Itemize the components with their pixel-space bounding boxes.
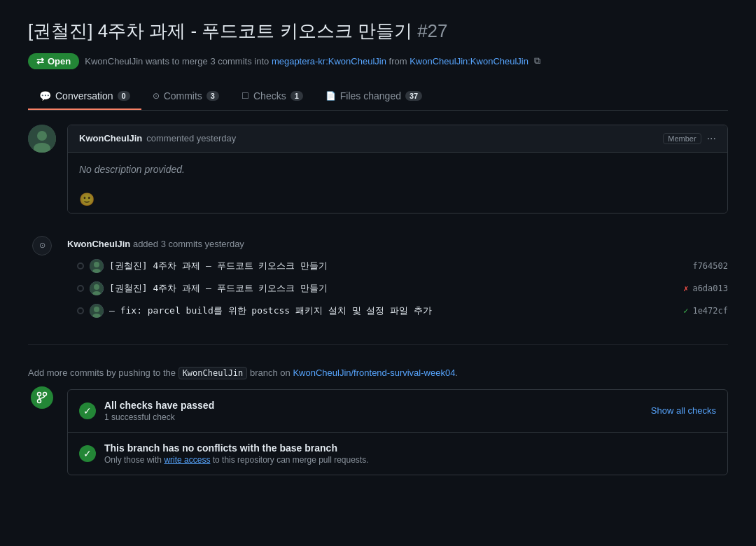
pr-meta-text: KwonCheulJin wants to merge 3 commits in… <box>85 56 528 66</box>
checks-icon: ☐ <box>241 91 249 101</box>
commit-message: [권철진] 4주차 과제 – 푸드코트 키오스크 만들기 <box>109 282 676 295</box>
commenter-username: KwonCheulJin <box>79 133 142 144</box>
commit-sha: ✓ 1e472cf <box>683 306 728 316</box>
svg-point-14 <box>38 399 41 402</box>
pr-title: [권철진] 4주차 과제 - 푸드코트 키오스크 만들기 #27 <box>28 20 728 43</box>
error-icon: ✗ <box>683 284 688 293</box>
timeline-action: added 3 commits yesterday <box>133 239 244 249</box>
show-all-checks-link[interactable]: Show all checks <box>651 405 716 416</box>
all-checks-content: All checks have passed 1 successful chec… <box>104 400 643 422</box>
commit-sha: ✗ a6da013 <box>683 284 728 293</box>
tab-files-changed[interactable]: 📄 Files changed 37 <box>314 83 433 110</box>
svg-point-13 <box>43 392 47 396</box>
commit-message: [권철진] 4주차 과제 – 푸드코트 키오스크 만들기 <box>109 260 685 272</box>
no-conflicts-icon: ✓ <box>79 445 96 462</box>
no-conflicts-content: This branch has no conflicts with the ba… <box>104 442 716 465</box>
files-icon: 📄 <box>326 91 336 101</box>
svg-point-1 <box>37 131 47 141</box>
section-divider <box>28 344 728 345</box>
comment-section: KwonCheulJin commented yesterday Member … <box>28 125 728 225</box>
checks-box-container: ✓ All checks have passed 1 successful ch… <box>67 386 728 475</box>
commit-avatar <box>90 304 104 318</box>
tab-conversation[interactable]: 💬 Conversation 0 <box>28 83 141 110</box>
all-checks-subtitle: 1 successful check <box>104 412 643 422</box>
open-badge: ⇄ Open <box>28 53 79 69</box>
timeline-text: KwonCheulJin added 3 commits yesterday <box>67 236 728 249</box>
comment-footer: 🙂 <box>68 186 727 213</box>
timeline-icon-col: ⊙ <box>28 236 56 333</box>
svg-point-4 <box>94 262 99 267</box>
success-icon: ✓ <box>683 306 688 316</box>
timeline-username: KwonCheulJin <box>67 239 130 249</box>
tab-checks[interactable]: ☐ Checks 1 <box>230 83 314 110</box>
commit-sha: f764502 <box>692 261 728 271</box>
timeline-content: KwonCheulJin added 3 commits yesterday <box>67 236 728 333</box>
svg-point-10 <box>94 307 99 312</box>
commit-message: – fix: parcel build를 위한 postcss 패키지 설치 및… <box>109 304 676 317</box>
pr-meta: ⇄ Open KwonCheulJin wants to merge 3 com… <box>28 53 728 69</box>
no-conflicts-title: This branch has no conflicts with the ba… <box>104 442 716 454</box>
conversation-icon: 💬 <box>39 90 51 102</box>
all-checks-row: ✓ All checks have passed 1 successful ch… <box>68 390 727 433</box>
comment-header: KwonCheulJin commented yesterday Member … <box>68 125 727 153</box>
commit-avatar <box>90 259 104 273</box>
merge-icon-box <box>31 386 53 409</box>
merge-icon-col <box>28 386 56 409</box>
comment-body: No description provided. <box>68 153 727 186</box>
more-options-button[interactable]: ··· <box>707 132 716 145</box>
checks-box: ✓ All checks have passed 1 successful ch… <box>67 389 728 475</box>
write-access-link[interactable]: write access <box>164 455 210 465</box>
checks-section: ✓ All checks have passed 1 successful ch… <box>28 386 728 475</box>
source-branch-link[interactable]: KwonCheulJin:KwonCheulJin <box>410 56 528 66</box>
merge-icon: ⇄ <box>36 56 44 66</box>
comment-action: commented yesterday <box>146 133 236 144</box>
avatar <box>28 125 56 153</box>
comment-author-info: KwonCheulJin commented yesterday <box>79 133 236 144</box>
svg-point-7 <box>94 284 99 290</box>
copy-icon[interactable]: ⧉ <box>534 55 540 66</box>
commit-dot-icon <box>77 307 84 314</box>
no-conflicts-row: ✓ This branch has no conflicts with the … <box>68 433 727 475</box>
branch-code: KwonCheulJin <box>178 367 248 379</box>
commit-row: [권철진] 4주차 과제 – 푸드코트 키오스크 만들기 f764502 <box>74 255 728 277</box>
commit-timeline-icon: ⊙ <box>32 236 52 255</box>
check-passed-icon: ✓ <box>79 402 96 419</box>
svg-point-12 <box>38 392 41 396</box>
tab-commits[interactable]: ⊙ Commits 3 <box>141 83 230 110</box>
comment-container: KwonCheulJin commented yesterday Member … <box>67 125 728 225</box>
comment-card: KwonCheulJin commented yesterday Member … <box>67 125 728 214</box>
target-branch-link[interactable]: megaptera-kr:KwonCheulJin <box>272 56 386 66</box>
commit-row: – fix: parcel build를 위한 postcss 패키지 설치 및… <box>74 300 728 322</box>
commit-avatar <box>90 281 104 295</box>
pr-number: #27 <box>417 20 447 41</box>
tabs: 💬 Conversation 0 ⊙ Commits 3 ☐ Checks 1 … <box>28 83 728 111</box>
commit-dot-icon <box>77 262 84 270</box>
repo-link[interactable]: KwonCheulJin/frontend-survival-week04 <box>293 368 455 378</box>
commits-list: [권철진] 4주차 과제 – 푸드코트 키오스크 만들기 f764502 <box>67 255 728 322</box>
timeline-item: ⊙ KwonCheulJin added 3 commits yesterday <box>28 236 728 333</box>
info-text: Add more commits by pushing to the KwonC… <box>28 356 728 386</box>
member-badge: Member <box>663 133 701 144</box>
commit-row: [권철진] 4주차 과제 – 푸드코트 키오스크 만들기 ✗ a6da013 <box>74 277 728 300</box>
content: KwonCheulJin commented yesterday Member … <box>28 111 728 475</box>
commits-icon: ⊙ <box>153 91 160 101</box>
no-conflicts-subtitle: Only those with write access to this rep… <box>104 455 716 465</box>
comment-header-actions: Member ··· <box>663 132 716 145</box>
emoji-reaction-button[interactable]: 🙂 <box>79 192 94 206</box>
all-checks-title: All checks have passed <box>104 400 643 411</box>
commit-dot-icon <box>77 285 84 292</box>
